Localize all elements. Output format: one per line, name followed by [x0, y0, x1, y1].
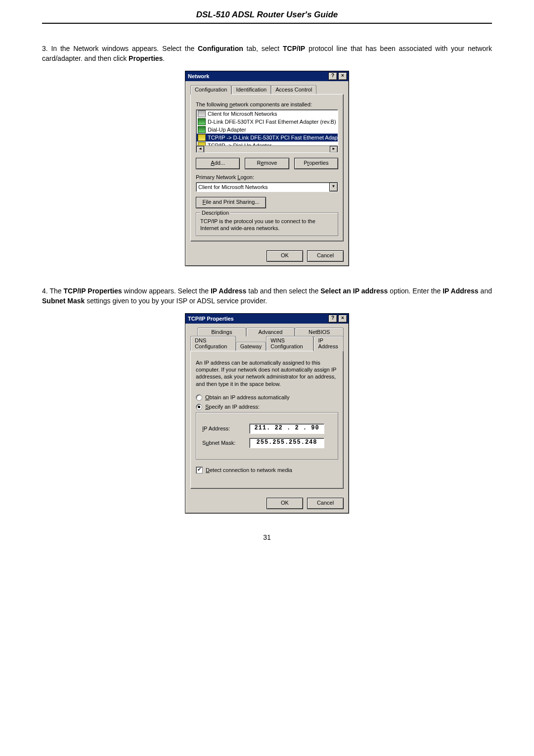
cancel-button[interactable]: Cancel	[307, 498, 344, 509]
close-icon[interactable]: ×	[338, 72, 347, 80]
primary-logon-label: Primary Network Logon:	[196, 174, 338, 180]
network-tabs: Configuration Identification Access Cont…	[190, 85, 344, 94]
step3-text: 3. In the Network windows appears. Selec…	[42, 44, 492, 64]
ip-address-label: IP Address:	[202, 425, 244, 431]
header-rule	[42, 23, 492, 24]
tab-gateway[interactable]: Gateway	[236, 342, 266, 351]
components-listbox[interactable]: Client for Microsoft Networks D-Link DFE…	[196, 109, 338, 153]
list-item[interactable]: Dial-Up Adapter	[196, 126, 338, 134]
tab-access-control[interactable]: Access Control	[271, 85, 316, 94]
tab-netbios[interactable]: NetBIOS	[295, 328, 344, 336]
doc-title: DSL-510 ADSL Router User's Guide	[42, 10, 492, 23]
h-scrollbar[interactable]: ◄ ►	[196, 145, 338, 152]
tcpip-tabs-back: Bindings Advanced NetBIOS	[190, 328, 344, 336]
components-label: The following network components are ins…	[196, 101, 338, 107]
primary-logon-combo[interactable]: Client for Microsoft Networks ▼	[196, 182, 338, 192]
specify-ip-group: IP Address: 211. 22 . 2 . 90 Subnet Mask…	[196, 412, 338, 460]
primary-logon-value: Client for Microsoft Networks	[196, 184, 329, 190]
network-dialog: Network ? × Configuration Identification…	[185, 71, 349, 267]
detect-connection-checkbox[interactable]: ✔ Detect connection to network media	[196, 467, 338, 473]
radio-specify-ip[interactable]: Specify an IP address:	[196, 404, 338, 410]
checkbox-icon: ✔	[196, 467, 203, 473]
scroll-right-icon[interactable]: ►	[330, 146, 338, 153]
tab-identification[interactable]: Identification	[231, 85, 271, 94]
nic-icon	[198, 126, 206, 133]
properties-button[interactable]: Properties	[294, 158, 338, 169]
page-number: 31	[42, 533, 492, 541]
subnet-mask-label: Subnet Mask:	[202, 440, 244, 446]
description-group: Description TCP/IP is the protocol you u…	[196, 212, 338, 236]
tab-wins-config[interactable]: WINS Configuration	[266, 336, 313, 351]
tab-bindings[interactable]: Bindings	[197, 328, 246, 336]
ip-address-input[interactable]: 211. 22 . 2 . 90	[249, 424, 324, 434]
description-title: Description	[200, 210, 230, 216]
subnet-mask-input[interactable]: 255.255.255.248	[249, 438, 324, 448]
chevron-down-icon[interactable]: ▼	[329, 183, 338, 191]
nic-icon	[198, 118, 206, 125]
ok-button[interactable]: OK	[267, 250, 303, 262]
file-print-sharing-button[interactable]: File and Print Sharing...	[196, 197, 266, 208]
protocol-icon	[198, 134, 206, 141]
help-icon[interactable]: ?	[328, 315, 337, 323]
list-item[interactable]: D-Link DFE-530TX PCI Fast Ethernet Adapt…	[196, 118, 338, 126]
tcpip-title: TCP/IP Properties	[187, 316, 327, 322]
close-icon[interactable]: ×	[338, 315, 347, 323]
network-titlebar: Network ? ×	[185, 71, 349, 81]
scroll-left-icon[interactable]: ◄	[196, 146, 204, 153]
tcpip-tabs-front: DNS Configuration Gateway WINS Configura…	[190, 336, 344, 351]
step4-text: 4. The TCP/IP Properties window appears.…	[42, 286, 492, 306]
cancel-button[interactable]: Cancel	[307, 250, 344, 262]
list-item[interactable]: Client for Microsoft Networks	[196, 110, 338, 118]
list-item-selected[interactable]: TCP/IP -> D-Link DFE-530TX PCI Fast Ethe…	[196, 134, 338, 142]
tcpip-titlebar: TCP/IP Properties ? ×	[185, 314, 349, 324]
tab-configuration[interactable]: Configuration	[190, 85, 231, 94]
radio-icon	[196, 404, 202, 410]
remove-button[interactable]: Remove	[245, 158, 289, 169]
tab-ip-address[interactable]: IP Address	[313, 336, 344, 351]
radio-obtain-auto[interactable]: Obtain an IP address automatically	[196, 394, 338, 401]
ok-button[interactable]: OK	[267, 498, 303, 509]
radio-icon	[196, 394, 202, 401]
network-title: Network	[187, 73, 327, 79]
description-text: TCP/IP is the protocol you use to connec…	[200, 218, 334, 232]
ip-help-text: An IP address can be automatically assig…	[196, 359, 338, 387]
client-icon	[198, 110, 206, 117]
tab-dns-config[interactable]: DNS Configuration	[190, 336, 236, 351]
add-button[interactable]: Add...	[196, 158, 240, 169]
tab-advanced[interactable]: Advanced	[246, 328, 295, 336]
tcpip-dialog: TCP/IP Properties ? × Bindings Advanced …	[185, 313, 349, 514]
help-icon[interactable]: ?	[328, 72, 337, 80]
